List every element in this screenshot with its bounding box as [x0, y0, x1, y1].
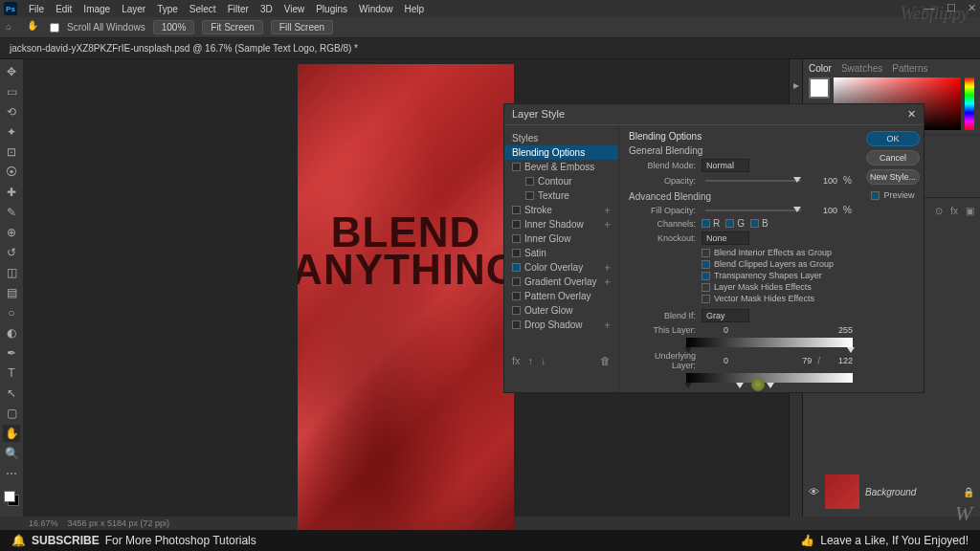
gradient-tool[interactable]: ▤: [3, 284, 20, 301]
blend-interior-checkbox[interactable]: [702, 249, 710, 257]
document-canvas[interactable]: BLEND ANYTHING: [298, 64, 514, 533]
channel-b-checkbox[interactable]: [750, 219, 759, 228]
style-up-icon[interactable]: ↑: [528, 355, 534, 366]
style-gradient-overlay[interactable]: Gradient Overlay＋: [504, 275, 618, 289]
menu-type[interactable]: Type: [157, 4, 178, 14]
opacity-label: Opacity:: [629, 176, 696, 186]
fg-color-swatch[interactable]: [809, 77, 830, 99]
dialog-close-icon[interactable]: ✕: [907, 108, 916, 121]
stamp-tool[interactable]: ⊕: [3, 224, 20, 241]
new-style-button[interactable]: New Style...: [866, 169, 920, 185]
fill-opacity-value[interactable]: 100: [811, 206, 837, 215]
path-tool[interactable]: ↖: [3, 385, 20, 402]
filter-icon[interactable]: ⊙: [935, 206, 943, 216]
hue-slider[interactable]: [965, 77, 974, 130]
layer-thumbnail[interactable]: [825, 474, 859, 509]
dodge-tool[interactable]: ◐: [3, 324, 20, 342]
fit-screen-button[interactable]: Fit Screen: [202, 20, 263, 34]
menu-layer[interactable]: Layer: [122, 4, 145, 14]
blend-mode-select[interactable]: Normal: [702, 159, 749, 172]
opacity-value[interactable]: 100: [811, 176, 837, 186]
crop-tool[interactable]: ⊡: [3, 143, 20, 161]
tab-color[interactable]: Color: [809, 63, 832, 74]
opacity-slider[interactable]: [705, 180, 801, 182]
fx-icon[interactable]: fx: [950, 206, 958, 216]
shape-tool[interactable]: ▢: [3, 405, 20, 422]
wand-tool[interactable]: ✦: [3, 123, 20, 141]
knockout-label: Knockout:: [629, 233, 696, 243]
brush-tool[interactable]: ✎: [3, 204, 20, 221]
style-pattern-overlay[interactable]: Pattern Overlay: [504, 289, 618, 303]
cancel-button[interactable]: Cancel: [866, 150, 920, 165]
ok-button[interactable]: OK: [866, 131, 920, 146]
style-texture[interactable]: Texture: [504, 188, 618, 203]
layer-row-background[interactable]: 👁 Background 🔒: [809, 471, 974, 513]
menu-image[interactable]: Image: [83, 4, 110, 14]
vector-mask-hides-checkbox[interactable]: [702, 295, 710, 303]
history-brush-tool[interactable]: ↺: [3, 244, 20, 261]
scroll-all-checkbox[interactable]: [50, 23, 59, 33]
document-tab[interactable]: jackson-david-yXZ8PKZFrIE-unsplash.psd @…: [0, 38, 980, 59]
style-down-icon[interactable]: ↓: [541, 355, 546, 366]
lock-icon[interactable]: 🔒: [963, 487, 974, 497]
mask-icon[interactable]: ▣: [966, 206, 974, 216]
color-swatch[interactable]: [4, 491, 19, 506]
style-stroke[interactable]: Stroke＋: [504, 203, 618, 217]
panel-icon-1[interactable]: ▸: [793, 78, 799, 92]
blend-clipped-checkbox[interactable]: [702, 260, 710, 269]
marquee-tool[interactable]: ▭: [3, 83, 20, 100]
menu-help[interactable]: Help: [405, 4, 425, 14]
menu-filter[interactable]: Filter: [228, 4, 249, 14]
style-inner-shadow[interactable]: Inner Shadow＋: [504, 217, 618, 231]
preview-checkbox[interactable]: [871, 191, 880, 200]
channel-g-checkbox[interactable]: [725, 219, 734, 228]
style-contour[interactable]: Contour: [504, 174, 618, 188]
fill-screen-button[interactable]: Fill Screen: [271, 20, 333, 34]
blur-tool[interactable]: ○: [3, 304, 20, 321]
menu-select[interactable]: Select: [189, 4, 216, 14]
this-layer-slider[interactable]: [686, 338, 853, 347]
edit-toolbar[interactable]: ⋯: [3, 465, 20, 482]
layer-mask-hides-checkbox[interactable]: [702, 283, 710, 292]
menu-window[interactable]: Window: [359, 4, 393, 14]
menu-plugins[interactable]: Plugins: [316, 4, 347, 14]
knockout-select[interactable]: None: [702, 231, 749, 245]
eyedropper-tool[interactable]: ⦿: [3, 164, 20, 181]
style-drop-shadow[interactable]: Drop Shadow＋: [504, 318, 618, 332]
tab-patterns[interactable]: Patterns: [892, 63, 927, 74]
blend-if-select[interactable]: Gray: [702, 309, 749, 322]
hand-tool[interactable]: ✋: [3, 425, 20, 442]
style-outer-glow[interactable]: Outer Glow: [504, 303, 618, 318]
style-satin[interactable]: Satin: [504, 246, 618, 260]
underlying-layer-slider[interactable]: [686, 373, 853, 383]
home-icon[interactable]: ⌂: [6, 21, 19, 34]
menu-3d[interactable]: 3D: [260, 4, 273, 14]
pen-tool[interactable]: ✒: [3, 344, 20, 362]
move-tool[interactable]: ✥: [3, 63, 20, 80]
menu-file[interactable]: File: [29, 4, 44, 14]
menu-view[interactable]: View: [284, 4, 305, 14]
lasso-tool[interactable]: ⟲: [3, 103, 20, 121]
fill-opacity-slider[interactable]: [705, 209, 801, 211]
style-bevel-emboss[interactable]: Bevel & Emboss: [504, 160, 618, 174]
zoom-level[interactable]: 16.67%: [29, 518, 58, 528]
style-blending-options[interactable]: Blending Options: [504, 145, 618, 160]
dialog-buttons: OK Cancel New Style... Preview: [862, 125, 924, 392]
eraser-tool[interactable]: ◫: [3, 264, 20, 281]
transparency-shapes-checkbox[interactable]: [702, 272, 710, 280]
trash-icon[interactable]: 🗑: [600, 355, 611, 366]
close-icon[interactable]: ✕: [968, 2, 976, 14]
style-inner-glow[interactable]: Inner Glow: [504, 231, 618, 246]
channel-r-checkbox[interactable]: [702, 219, 710, 228]
menu-edit[interactable]: Edit: [56, 4, 72, 14]
type-tool[interactable]: T: [3, 364, 20, 382]
style-color-overlay[interactable]: Color Overlay＋: [504, 260, 618, 275]
hand-tool-icon[interactable]: ✋: [27, 20, 42, 35]
visibility-icon[interactable]: 👁: [809, 486, 819, 497]
underlying-layer-label: Underlying Layer:: [629, 351, 696, 370]
zoom-100-button[interactable]: 100%: [153, 20, 195, 34]
zoom-tool[interactable]: 🔍: [3, 445, 20, 462]
fx-menu-icon[interactable]: fx: [512, 355, 521, 366]
tab-swatches[interactable]: Swatches: [841, 63, 882, 74]
healing-tool[interactable]: ✚: [3, 184, 20, 201]
